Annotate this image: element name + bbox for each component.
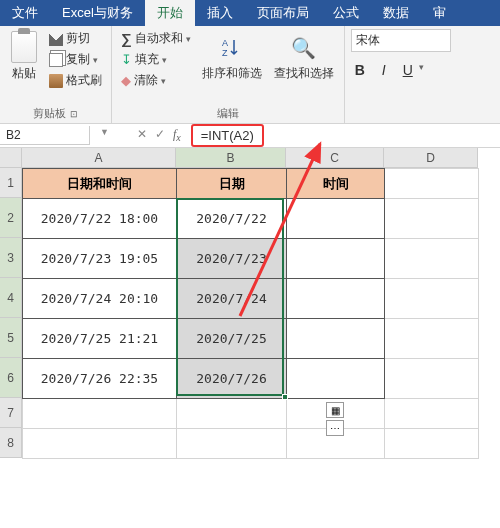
sort-filter-icon: AZ (218, 31, 246, 65)
fill-button[interactable]: ↧填充 ▾ (118, 50, 194, 69)
cell-B7[interactable] (177, 399, 287, 429)
tab-1[interactable]: Excel与财务 (50, 0, 145, 26)
fill-down-icon: ↧ (121, 52, 132, 67)
paste-button[interactable]: 粘贴 (6, 29, 42, 104)
row-head-7[interactable]: 7 (0, 398, 22, 428)
row-head-8[interactable]: 8 (0, 428, 22, 458)
cell-A1[interactable]: 日期和时间 (23, 169, 177, 199)
clear-button[interactable]: ◆清除 ▾ (118, 71, 194, 90)
paste-label: 粘贴 (12, 65, 36, 82)
sort-filter-button[interactable]: AZ 排序和筛选 (198, 29, 266, 104)
cell-D6[interactable] (385, 359, 479, 399)
cell-A6[interactable]: 2020/7/26 22:35 (23, 359, 177, 399)
cell-A2[interactable]: 2020/7/22 18:00 (23, 199, 177, 239)
cell-B6[interactable]: 2020/7/26 (177, 359, 287, 399)
italic-button[interactable]: I (375, 62, 393, 78)
cell-A7[interactable] (23, 399, 177, 429)
tab-3[interactable]: 插入 (195, 0, 245, 26)
cell-B5[interactable]: 2020/7/25 (177, 319, 287, 359)
fx-icon[interactable]: fx (173, 127, 181, 143)
formula-input[interactable]: =INT(A2) (191, 124, 264, 147)
scissors-icon (49, 32, 63, 46)
row-head-2[interactable]: 2 (0, 198, 22, 238)
cell-B8[interactable] (177, 429, 287, 459)
cell-A8[interactable] (23, 429, 177, 459)
tab-0[interactable]: 文件 (0, 0, 50, 26)
find-select-button[interactable]: 🔍 查找和选择 (270, 29, 338, 104)
cell-D1[interactable] (385, 169, 479, 199)
ribbon: 粘贴 剪切 复制 ▾ 格式刷 剪贴板 ⊡ ∑自动求和 ▾ ↧填充 ▾ ◆清除 ▾… (0, 26, 500, 124)
cell-C2[interactable] (287, 199, 385, 239)
row-head-3[interactable]: 3 (0, 238, 22, 278)
formula-text: =INT(A2) (201, 128, 254, 143)
formula-bar: B2 ▼ ✕ ✓ fx =INT(A2) (0, 124, 500, 148)
cell-D4[interactable] (385, 279, 479, 319)
clear-label: 清除 (134, 72, 158, 89)
tab-4[interactable]: 页面布局 (245, 0, 321, 26)
format-painter-label: 格式刷 (66, 72, 102, 89)
svg-text:A: A (222, 38, 228, 48)
tab-5[interactable]: 公式 (321, 0, 371, 26)
spreadsheet: 12345678 ABCD 日期和时间日期时间2020/7/22 18:0020… (0, 148, 500, 459)
row-head-5[interactable]: 5 (0, 318, 22, 358)
clipboard-icon (11, 31, 37, 63)
magnifier-icon: 🔍 (290, 31, 318, 65)
row-head-4[interactable]: 4 (0, 278, 22, 318)
clipboard-group: 粘贴 剪切 复制 ▾ 格式刷 剪贴板 ⊡ (0, 26, 112, 123)
cell-A4[interactable]: 2020/7/24 20:10 (23, 279, 177, 319)
editing-group: ∑自动求和 ▾ ↧填充 ▾ ◆清除 ▾ AZ 排序和筛选 🔍 查找和选择 编辑 (112, 26, 345, 123)
cell-B4[interactable]: 2020/7/24 (177, 279, 287, 319)
fill-handle[interactable] (282, 394, 288, 400)
cell-grid[interactable]: 日期和时间日期时间2020/7/22 18:002020/7/222020/7/… (22, 168, 479, 459)
cell-D3[interactable] (385, 239, 479, 279)
cell-D2[interactable] (385, 199, 479, 239)
col-head-D[interactable]: D (384, 148, 478, 168)
cell-D5[interactable] (385, 319, 479, 359)
cell-B3[interactable]: 2020/7/23 (177, 239, 287, 279)
cell-A5[interactable]: 2020/7/25 21:21 (23, 319, 177, 359)
bold-button[interactable]: B (351, 62, 369, 78)
col-head-A[interactable]: A (22, 148, 176, 168)
col-head-B[interactable]: B (176, 148, 286, 168)
enter-icon[interactable]: ✓ (155, 127, 165, 143)
autofill-menu-icon[interactable]: ⋯ (326, 420, 344, 436)
cut-button[interactable]: 剪切 (46, 29, 105, 48)
row-head-6[interactable]: 6 (0, 358, 22, 398)
cell-C3[interactable] (287, 239, 385, 279)
find-label: 查找和选择 (274, 65, 334, 82)
cell-B2[interactable]: 2020/7/22 (177, 199, 287, 239)
sigma-icon: ∑ (121, 30, 132, 47)
cell-C5[interactable] (287, 319, 385, 359)
cell-C1[interactable]: 时间 (287, 169, 385, 199)
cancel-icon[interactable]: ✕ (137, 127, 147, 143)
fill-label: 填充 (135, 51, 159, 68)
dropdown-icon[interactable]: ▼ (100, 127, 109, 143)
editing-group-label: 编辑 (217, 107, 239, 119)
sort-label: 排序和筛选 (202, 65, 262, 82)
underline-button[interactable]: U (399, 62, 417, 78)
tab-6[interactable]: 数据 (371, 0, 421, 26)
brush-icon (49, 74, 63, 88)
autofill-icon[interactable]: ▦ (326, 402, 344, 418)
cell-C6[interactable] (287, 359, 385, 399)
tab-7[interactable]: 审 (421, 0, 458, 26)
autofill-options[interactable]: ▦⋯ (326, 402, 481, 436)
cell-C4[interactable] (287, 279, 385, 319)
svg-text:Z: Z (222, 48, 228, 58)
font-name-select[interactable]: 宋体 (351, 29, 451, 52)
copy-icon (49, 53, 63, 67)
tab-2[interactable]: 开始 (145, 0, 195, 26)
autosum-button[interactable]: ∑自动求和 ▾ (118, 29, 194, 48)
font-group: 宋体 B I U▾ (345, 26, 457, 123)
font-name-label: 宋体 (356, 33, 380, 47)
eraser-icon: ◆ (121, 73, 131, 88)
format-painter-button[interactable]: 格式刷 (46, 71, 105, 90)
col-head-C[interactable]: C (286, 148, 384, 168)
clipboard-group-label: 剪贴板 (33, 107, 66, 119)
row-head-1[interactable]: 1 (0, 168, 22, 198)
copy-button[interactable]: 复制 ▾ (46, 50, 105, 69)
name-box[interactable]: B2 (0, 126, 90, 145)
select-all-corner[interactable] (0, 148, 22, 168)
cell-A3[interactable]: 2020/7/23 19:05 (23, 239, 177, 279)
cell-B1[interactable]: 日期 (177, 169, 287, 199)
